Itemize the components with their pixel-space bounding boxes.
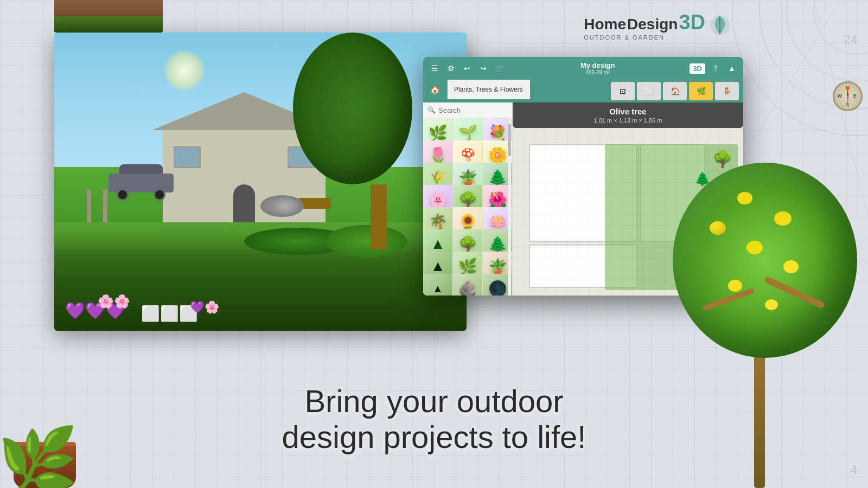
undo-icon[interactable]: ↩ (461, 62, 473, 74)
plant-panel: 🔍 ✕ 🌿 🌱 💐 🌷 (423, 102, 513, 296)
car (108, 171, 174, 201)
redo-icon[interactable]: ↪ (477, 62, 489, 74)
blueprint-number-top: 24 (844, 33, 857, 47)
logo-subtitle: OUTDOOR & GARDEN (584, 34, 705, 41)
search-bar: 🔍 ✕ (423, 102, 512, 118)
home-tab[interactable]: 🏠 (423, 80, 448, 99)
design-title: My design 469.49 m² (510, 61, 685, 75)
deco-plant-left: 🌿 (3, 423, 87, 488)
logo: Home Design 3D OUTDOOR & GARDEN (584, 11, 732, 41)
plant-cell[interactable]: ▲ (423, 274, 452, 296)
garden-tree (344, 141, 412, 249)
svg-point-0 (814, 0, 868, 54)
sun (163, 49, 206, 92)
menu-icon[interactable]: ☰ (429, 62, 441, 74)
perspective-icon[interactable]: ⬜ (637, 82, 661, 100)
detail-icon[interactable]: 🪑 (715, 82, 739, 100)
plant-grid: 🌿 🌱 💐 🌷 🍄 🌼 (423, 118, 512, 296)
plants-tab[interactable]: Plants, Trees & Flowers (448, 80, 530, 99)
help-icon[interactable]: ? (710, 62, 722, 74)
roof-icon[interactable]: 🏠 (663, 82, 687, 100)
logo-design: Design (627, 16, 678, 33)
expand-icon[interactable]: ▲ (726, 62, 738, 74)
house-door (233, 184, 255, 222)
compass-east: E (852, 92, 861, 100)
garden-view-icon[interactable]: 🌿 (689, 82, 713, 100)
view-icons: ⊡ ⬜ 🏠 🌿 🪑 (607, 80, 743, 102)
home-tab-icon: 🏠 (430, 85, 441, 95)
compass-inner: N S E W (834, 83, 861, 110)
cart-icon[interactable]: 🛒 (494, 62, 506, 74)
logo-home: Home (584, 16, 626, 33)
app-toolbar: ☰ ⚙ ↩ ↪ 🛒 My design 469.49 m² 3D ? ▲ (423, 57, 743, 80)
category-tabs: 🏠 Plants, Trees & Flowers (423, 80, 607, 99)
logo-leaf-icon (708, 14, 732, 38)
search-icon: 🔍 (427, 106, 436, 114)
garden-photo: 💜💜💜 🌸🌸 ⬜⬜⬜ 💜🌸 (54, 33, 467, 331)
3d-mode-button[interactable]: 3D (690, 63, 705, 74)
logo-3d: 3D (679, 11, 705, 34)
settings-icon[interactable]: ⚙ (445, 62, 457, 74)
deco-tree-right (662, 108, 868, 488)
compass-west: W (834, 92, 843, 100)
house-window-left (174, 146, 201, 168)
plant-cell[interactable]: 🪨 (453, 274, 482, 296)
floor-plan-icon[interactable]: ⊡ (611, 82, 635, 100)
scroll-bar[interactable] (508, 118, 511, 296)
plants-tab-label: Plants, Trees & Flowers (454, 86, 523, 93)
top-thumbnail (54, 0, 163, 33)
compass: N S E W (833, 81, 863, 111)
